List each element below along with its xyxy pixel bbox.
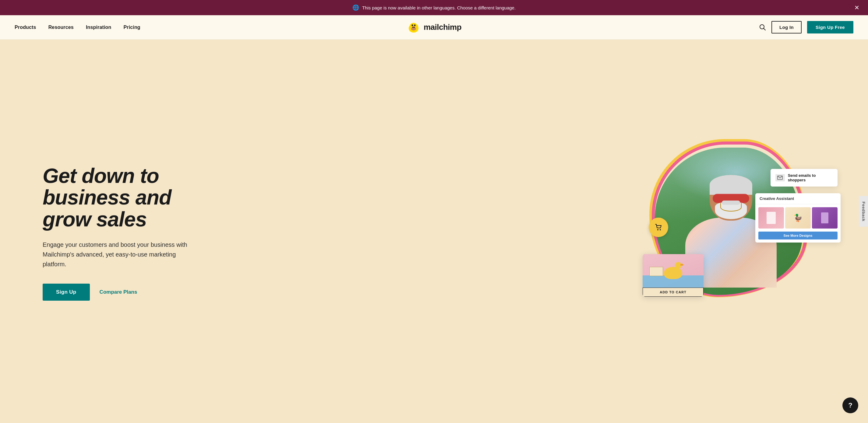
nav-left: Products Resources Inspiration Pricing <box>14 25 141 30</box>
close-announcement-button[interactable]: ✕ <box>854 5 860 11</box>
hero-illustration: ADD TO CART Send emails to shoppers Crea… <box>630 144 844 321</box>
svg-point-6 <box>416 25 418 28</box>
creative-assistant-card: Creative Assistant 🦆 <box>755 193 841 242</box>
nav-right: Log In Sign Up Free <box>759 21 854 33</box>
login-button[interactable]: Log In <box>771 21 802 33</box>
hero-title: Get down to business and grow sales <box>43 165 189 230</box>
product-card: ADD TO CART <box>643 254 704 297</box>
svg-point-9 <box>657 229 658 230</box>
svg-point-2 <box>411 24 413 26</box>
product-box <box>649 267 663 276</box>
see-more-designs-button[interactable]: See More Designs <box>758 232 838 239</box>
svg-point-5 <box>411 27 416 30</box>
add-to-cart-button[interactable]: ADD TO CART <box>643 288 704 297</box>
svg-line-8 <box>764 28 766 30</box>
cart-bubble <box>649 218 668 237</box>
announcement-bar: 🌐 This page is now available in other la… <box>0 0 868 15</box>
duck-body <box>664 267 682 279</box>
announcement-text: This page is now available in other lang… <box>362 5 516 10</box>
creative-img-1 <box>758 207 784 229</box>
logo-text: mailchimp <box>424 23 461 32</box>
hero-subtitle: Engage your customers and boost your bus… <box>43 240 189 269</box>
creative-img-2: 🦆 <box>785 207 811 229</box>
navbar: Products Resources Inspiration Pricing m… <box>0 15 868 39</box>
feedback-tab[interactable]: Feedback <box>859 196 868 227</box>
svg-point-10 <box>660 229 661 230</box>
nav-pricing-link[interactable]: Pricing <box>123 25 140 30</box>
mailchimp-logo-icon <box>407 21 421 34</box>
signup-free-button[interactable]: Sign Up Free <box>807 21 854 33</box>
hero-buttons: Sign Up Compare Plans <box>43 284 189 301</box>
svg-point-3 <box>414 24 415 26</box>
email-icon <box>775 174 785 182</box>
creative-card-images: 🦆 <box>755 204 841 232</box>
signup-hero-button[interactable]: Sign Up <box>43 284 90 301</box>
email-envelope-icon <box>777 175 783 180</box>
creative-img-3 <box>812 207 838 229</box>
hero-section: Get down to business and grow sales Enga… <box>0 39 868 423</box>
creative-card-title: Creative Assistant <box>755 193 841 204</box>
email-card-label: Send emails to shoppers <box>788 173 833 182</box>
duck-beak <box>680 264 683 266</box>
help-button[interactable]: ? <box>842 397 858 413</box>
email-card-header: Send emails to shoppers <box>775 173 833 182</box>
compare-plans-link[interactable]: Compare Plans <box>100 289 137 295</box>
nav-inspiration-link[interactable]: Inspiration <box>86 25 112 30</box>
cart-icon <box>654 223 663 232</box>
nav-products-link[interactable]: Products <box>14 25 36 30</box>
search-icon <box>759 24 766 31</box>
nav-logo[interactable]: mailchimp <box>407 21 461 34</box>
product-image <box>643 254 704 288</box>
email-card: Send emails to shoppers <box>771 169 838 187</box>
nav-resources-link[interactable]: Resources <box>49 25 74 30</box>
search-button[interactable] <box>759 24 766 31</box>
globe-icon: 🌐 <box>352 4 359 11</box>
hero-content: Get down to business and grow sales Enga… <box>43 165 189 301</box>
